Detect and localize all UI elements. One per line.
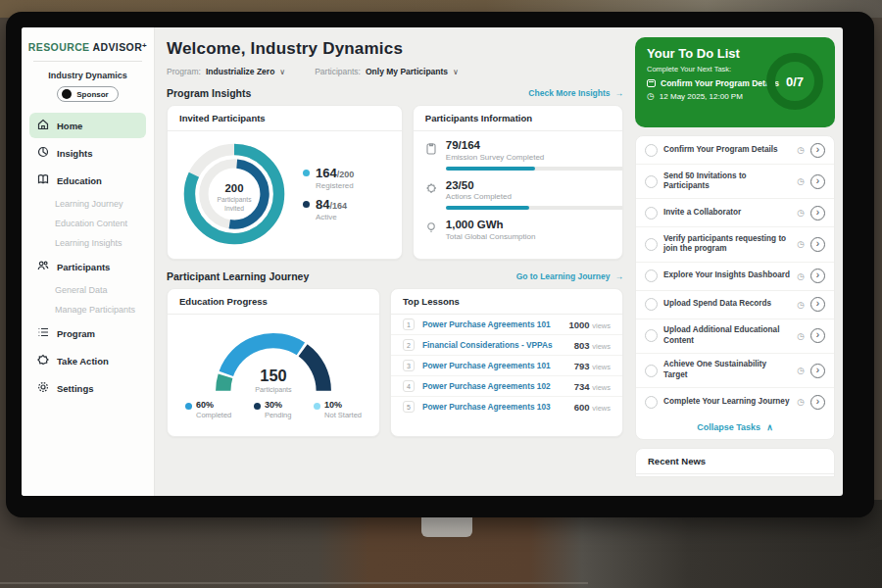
svg-text:200: 200 [225, 182, 244, 194]
legend-completed: 60%Completed [185, 401, 231, 419]
main-content: Welcome, Industry Dynamics Program: Indu… [155, 27, 635, 496]
invited-participants-donut-chart: 200 Participants Invited [177, 137, 291, 251]
chevron-right-icon[interactable]: › [810, 297, 825, 312]
participants-dropdown[interactable]: Participants: Only My Participants ∨ [315, 67, 459, 76]
logo-divider [33, 61, 142, 62]
program-dropdown[interactable]: Program: Industrialize Zero ∨ [167, 67, 285, 76]
recent-news-heading: Recent News [636, 449, 834, 474]
clock-icon: ◷ [797, 366, 805, 375]
sidebar-item-take-action[interactable]: Take Action [29, 348, 146, 373]
clock-icon: ◷ [797, 271, 805, 281]
task-checkbox[interactable] [645, 365, 658, 377]
education-progress-gauge-chart: 150 Participants [200, 318, 347, 399]
card-title: Participants Information [414, 106, 622, 131]
sidebar-item-learning-insights[interactable]: Learning Insights [22, 233, 154, 253]
lesson-row-3: 3 Power Purchase Agreements 101 793 view… [391, 356, 622, 376]
page-title: Welcome, Industry Dynamics [167, 39, 623, 59]
program-filter-label: Program: [167, 67, 201, 76]
legend-active: 84/164 Active [303, 198, 354, 221]
clock-icon: ◷ [797, 176, 805, 186]
chevron-right-icon[interactable]: › [810, 143, 825, 158]
sponsor-label: Sponsor [76, 90, 108, 99]
chevron-right-icon[interactable]: › [810, 395, 825, 410]
sidebar-item-label: Insights [57, 148, 92, 159]
clock-icon: ◷ [797, 145, 805, 155]
actions-completed-row: 23/50 Actions Completed [425, 179, 611, 211]
book-icon [37, 173, 49, 187]
lesson-link[interactable]: Financial Considerations - VPPAs [422, 340, 566, 350]
program-insights-heading: Program Insights [167, 87, 251, 99]
insights-cards-row: Invited Participants 200 Participants In… [167, 105, 623, 260]
monitor-bezel: RESOURCE ADVISOR+ Industry Dynamics Spon… [6, 12, 874, 517]
task-row: Explore Your Insights Dashboard ◷ › [636, 263, 834, 291]
lesson-link[interactable]: Power Purchase Agreements 101 [422, 319, 561, 329]
todo-column: Your To Do List Complete Your Next Task:… [635, 27, 843, 496]
svg-text:150: 150 [260, 367, 286, 384]
chevron-right-icon[interactable]: › [810, 174, 825, 189]
sidebar-item-education[interactable]: Education [29, 168, 146, 193]
task-row: Send 50 Invitations to Participants ◷ › [636, 165, 834, 199]
pie-chart-icon [37, 146, 49, 160]
task-checkbox[interactable] [645, 329, 658, 342]
go-to-learning-journey-link[interactable]: Go to Learning Journey → [516, 271, 623, 281]
program-insights-header: Program Insights Check More Insights → [167, 87, 623, 99]
participants-filter-value: Only My Participants [366, 67, 448, 76]
legend-dot-active [303, 201, 310, 208]
gauge-legend: 60%Completed 30%Pending 10%Not Started [175, 401, 371, 425]
clock-icon: ◷ [647, 92, 655, 101]
task-checkbox[interactable] [645, 298, 658, 311]
chevron-down-icon: ∨ [453, 68, 459, 76]
learning-journey-heading: Participant Learning Journey [167, 270, 309, 282]
sidebar-item-participants[interactable]: Participants [29, 254, 146, 279]
task-checkbox[interactable] [645, 270, 658, 282]
app-logo: RESOURCE ADVISOR+ [22, 37, 154, 61]
task-checkbox[interactable] [645, 396, 658, 409]
background-desk-edge [0, 582, 588, 584]
sidebar-item-home[interactable]: Home [29, 113, 146, 138]
chevron-right-icon[interactable]: › [810, 328, 825, 343]
rank-badge: 2 [403, 339, 415, 351]
sidebar-item-education-content[interactable]: Education Content [22, 214, 154, 233]
clipboard-icon [425, 139, 438, 171]
lesson-link[interactable]: Power Purchase Agreements 101 [422, 361, 566, 370]
sponsor-icon [62, 89, 72, 99]
clock-icon: ◷ [797, 331, 805, 341]
task-checkbox[interactable] [645, 144, 658, 157]
sidebar-item-program[interactable]: Program [29, 320, 146, 346]
sidebar-item-settings[interactable]: Settings [29, 375, 146, 401]
actions-progress-bar [446, 206, 623, 210]
sidebar-item-insights[interactable]: Insights [29, 140, 146, 166]
chevron-right-icon[interactable]: › [810, 269, 825, 283]
badge-icon [425, 179, 438, 211]
card-title: Education Progress [168, 289, 379, 315]
svg-text:Participants: Participants [255, 386, 292, 394]
check-more-insights-link[interactable]: Check More Insights → [528, 88, 623, 98]
lightbulb-icon [425, 219, 438, 241]
task-checkbox[interactable] [645, 175, 658, 188]
lesson-link[interactable]: Power Purchase Agreements 102 [422, 381, 566, 391]
legend-dot-pending [254, 403, 261, 410]
legend-dot-completed [185, 403, 192, 410]
sponsor-badge[interactable]: Sponsor [57, 86, 118, 102]
svg-text:Participants: Participants [217, 196, 252, 204]
sidebar: RESOURCE ADVISOR+ Industry Dynamics Spon… [22, 27, 155, 496]
lesson-link[interactable]: Power Purchase Agreements 103 [422, 402, 566, 412]
sidebar-item-label: Home [57, 121, 82, 131]
sidebar-item-general-data[interactable]: General Data [22, 280, 154, 300]
task-row: Confirm Your Program Details ◷ › [636, 136, 834, 165]
task-checkbox[interactable] [645, 238, 658, 251]
chevron-right-icon[interactable]: › [810, 364, 825, 378]
legend-registered: 164/200 Registered [303, 167, 354, 190]
sidebar-item-label: Education [57, 175, 102, 186]
chevron-right-icon[interactable]: › [810, 206, 825, 220]
lesson-row-5: 5 Power Purchase Agreements 103 600 view… [391, 397, 622, 416]
organization-name: Industry Dynamics [22, 71, 154, 80]
participants-information-card: Participants Information 79/164 Emission… [413, 105, 623, 260]
sidebar-item-manage-participants[interactable]: Manage Participants [22, 300, 154, 319]
task-row: Upload Spend Data Records ◷ › [636, 291, 834, 319]
collapse-tasks-link[interactable]: Collapse Tasks ∧ [636, 416, 834, 439]
sidebar-item-learning-journey[interactable]: Learning Journey [22, 194, 154, 214]
task-checkbox[interactable] [645, 207, 658, 220]
chevron-right-icon[interactable]: › [810, 237, 825, 252]
emission-survey-row: 79/164 Emission Survey Completed [425, 139, 611, 171]
